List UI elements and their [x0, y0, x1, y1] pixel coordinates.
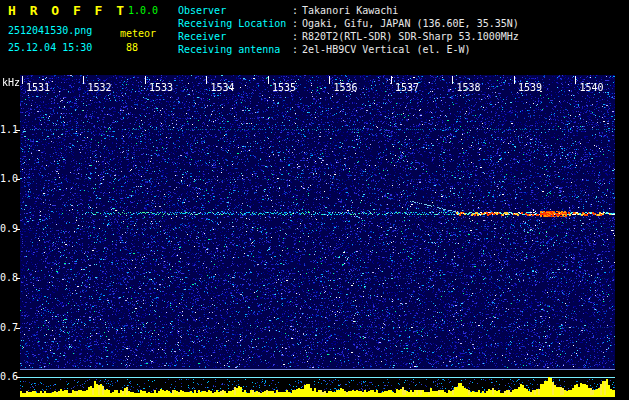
- spectrogram-canvas: [20, 75, 615, 400]
- freq-tick-label: 1.1: [0, 124, 15, 135]
- freq-tick-label: 0.6: [0, 371, 15, 382]
- separator: :: [292, 5, 302, 16]
- output-filename: 2512041530.png: [8, 25, 92, 36]
- echo-count: 88: [126, 42, 138, 53]
- freq-unit-label: kHz: [2, 77, 20, 88]
- separator: :: [292, 44, 302, 55]
- mode-label: meteor: [120, 28, 156, 39]
- time-tick-label: 1539: [518, 82, 542, 93]
- station-info-label: Observer: [178, 4, 292, 17]
- time-tick-label: 1535: [272, 82, 296, 93]
- station-info-row: Observer:Takanori Kawachi: [178, 4, 519, 17]
- station-info: Observer:Takanori KawachiReceiving Locat…: [178, 4, 519, 56]
- time-tick-label: 1536: [334, 82, 358, 93]
- station-info-label: Receiver: [178, 30, 292, 43]
- time-tick-label: 1540: [580, 82, 604, 93]
- station-info-row: Receiver:R820T2(RTL-SDR) SDR-Sharp 53.10…: [178, 30, 519, 43]
- freq-tick-label: 0.9: [0, 223, 15, 234]
- freq-tick-label: 0.8: [0, 272, 15, 283]
- separator: :: [292, 31, 302, 42]
- time-tick-label: 1532: [88, 82, 112, 93]
- freq-tick-label: 0.7: [0, 322, 15, 333]
- time-tick-label: 1538: [457, 82, 481, 93]
- app-title: H R O F F T: [8, 3, 127, 18]
- separator: :: [292, 18, 302, 29]
- station-info-value: Takanori Kawachi: [302, 5, 398, 16]
- station-info-value: 2el-HB9CV Vertical (el. E-W): [302, 44, 471, 55]
- station-info-value: Ogaki, Gifu, JAPAN (136.60E, 35.35N): [302, 18, 519, 29]
- freq-tick-mark: [16, 377, 20, 378]
- app-version: 1.0.0: [128, 5, 158, 16]
- freq-tick-mark: [16, 130, 20, 131]
- freq-tick-mark: [16, 229, 20, 230]
- station-info-row: Receiving Location:Ogaki, Gifu, JAPAN (1…: [178, 17, 519, 30]
- time-tick-label: 1531: [26, 82, 50, 93]
- station-info-value: R820T2(RTL-SDR) SDR-Sharp 53.1000MHz: [302, 31, 519, 42]
- time-tick-label: 1537: [395, 82, 419, 93]
- time-tick-label: 1534: [211, 82, 235, 93]
- station-info-label: Receiving Location: [178, 17, 292, 30]
- station-info-label: Receiving antenna: [178, 43, 292, 56]
- time-tick-label: 1533: [149, 82, 173, 93]
- freq-tick-label: 1.0: [0, 173, 15, 184]
- freq-tick-mark: [16, 179, 20, 180]
- freq-tick-mark: [16, 328, 20, 329]
- hrofft-window: H R O F F T 1.0.0 2512041530.png meteor …: [0, 0, 629, 400]
- datetime-label: 25.12.04 15:30: [8, 42, 92, 53]
- freq-tick-mark: [16, 278, 20, 279]
- station-info-row: Receiving antenna:2el-HB9CV Vertical (el…: [178, 43, 519, 56]
